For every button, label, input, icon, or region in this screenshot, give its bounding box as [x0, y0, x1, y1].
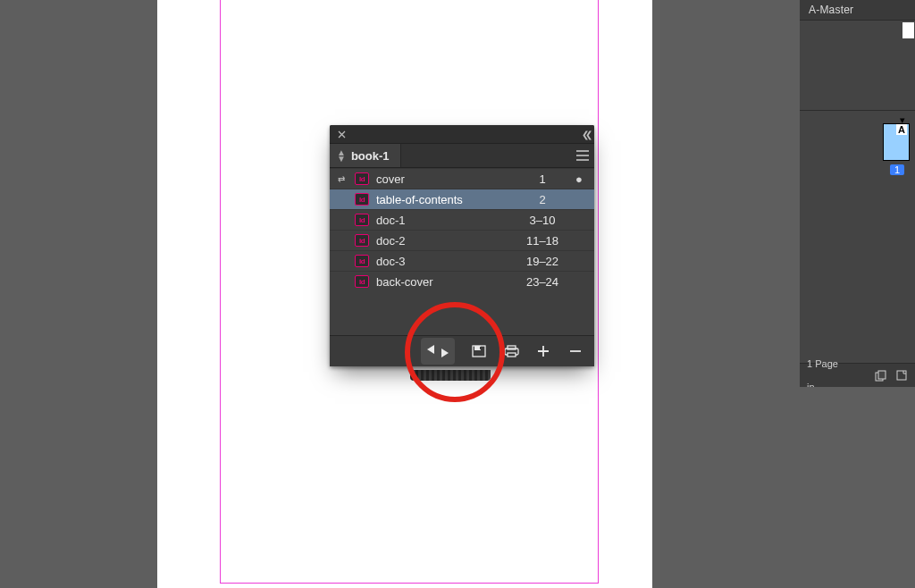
indesign-doc-icon: Id: [355, 172, 369, 185]
page-range: 19–22: [517, 255, 567, 268]
svg-rect-7: [508, 346, 516, 349]
master-pages-area[interactable]: [800, 21, 915, 111]
collapse-icon[interactable]: ❮❮: [582, 130, 589, 139]
page-range: 1: [517, 172, 567, 186]
document-name: doc-3: [376, 255, 510, 268]
panel-bottom-shadow: [410, 370, 491, 381]
panel-menu-icon[interactable]: [571, 144, 594, 167]
svg-rect-2: [897, 371, 906, 380]
page-range: 11–18: [517, 234, 567, 248]
style-source-indicator-icon[interactable]: ⇄: [335, 174, 348, 184]
page-range: 2: [517, 193, 567, 206]
book-row[interactable]: Iddoc-319–22: [330, 250, 594, 271]
document-open-indicator-icon: ●: [575, 172, 583, 186]
pages-panel-master-label[interactable]: A-Master: [800, 0, 915, 21]
page-number-badge[interactable]: 1: [890, 164, 904, 175]
book-panel-tabrow: ▲▼ book-1: [330, 144, 594, 168]
close-icon[interactable]: [335, 128, 348, 140]
page-range: 3–10: [517, 214, 567, 227]
document-name: doc-1: [376, 214, 510, 227]
synchronize-button[interactable]: [421, 338, 455, 365]
new-page-icon[interactable]: [895, 369, 908, 382]
page-range: 23–24: [517, 275, 567, 289]
book-row[interactable]: Idtable-of-contents2: [330, 189, 594, 209]
document-name: cover: [376, 172, 510, 186]
svg-rect-8: [508, 353, 516, 357]
remove-document-icon[interactable]: [566, 341, 585, 361]
panel-dock-empty: [800, 387, 915, 588]
book-row[interactable]: Iddoc-211–18: [330, 230, 594, 250]
book-panel[interactable]: ❮❮ ▲▼ book-1 ⇄Idcover1●Idtable-of-conten…: [330, 125, 594, 366]
document-name: doc-2: [376, 234, 510, 248]
book-title: book-1: [351, 149, 390, 163]
document-pages-area[interactable]: ▾ A 1: [800, 111, 915, 379]
book-row[interactable]: Iddoc-13–10: [330, 209, 594, 230]
svg-rect-5: [480, 347, 482, 349]
print-book-icon[interactable]: [501, 341, 521, 361]
book-row[interactable]: Idback-cover23–24: [330, 271, 594, 291]
indesign-doc-icon: Id: [355, 275, 369, 288]
indesign-doc-icon: Id: [355, 193, 369, 206]
add-document-icon[interactable]: [533, 341, 553, 361]
master-letter-badge: A: [896, 124, 907, 135]
pages-panel-footer: 1 Page in...: [800, 363, 915, 387]
pasteboard-right: [652, 0, 800, 588]
indesign-doc-icon: Id: [355, 255, 369, 267]
document-name: table-of-contents: [376, 193, 510, 206]
document-name: back-cover: [376, 275, 510, 289]
book-document-list[interactable]: ⇄Idcover1●Idtable-of-contents2Iddoc-13–1…: [330, 168, 594, 291]
master-page-thumb[interactable]: [902, 22, 914, 38]
pages-panel[interactable]: A-Master ▾ A 1 1 Page in...: [800, 0, 915, 588]
indesign-doc-icon: Id: [355, 214, 369, 226]
page-thumbnail[interactable]: A: [883, 123, 910, 161]
svg-rect-4: [474, 346, 481, 350]
book-panel-titlebar[interactable]: ❮❮: [330, 125, 594, 144]
book-tab[interactable]: ▲▼ book-1: [330, 144, 401, 167]
svg-rect-1: [878, 371, 886, 379]
edit-page-size-icon[interactable]: [874, 369, 886, 382]
book-panel-toolbar: [330, 335, 594, 366]
indesign-doc-icon: Id: [355, 234, 369, 247]
sort-arrows-icon: ▲▼: [337, 149, 346, 162]
save-book-icon[interactable]: [469, 341, 489, 361]
book-row[interactable]: ⇄Idcover1●: [330, 168, 594, 189]
